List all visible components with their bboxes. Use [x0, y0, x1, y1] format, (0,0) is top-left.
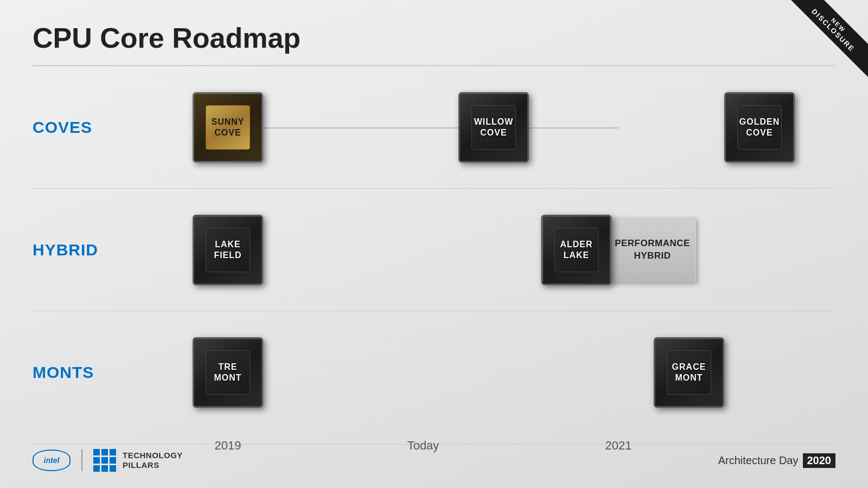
chip-outer-grace: GRACEMONT: [654, 337, 724, 408]
pillar-dot-6: [110, 457, 116, 464]
chip-outer-lake: LAKEFIELD: [193, 215, 263, 285]
arch-day-label: Architecture Day: [718, 454, 799, 467]
timeline-2021: 2021: [605, 439, 632, 453]
corner-banner: NEW DISCLOSURE: [770, 0, 868, 98]
chip-inner-tremont: TREMONT: [206, 350, 250, 395]
chip-inner-willow: WILLOWCOVE: [471, 105, 516, 150]
chip-label-willow: WILLOWCOVE: [474, 117, 514, 137]
chip-sunny-cove: SUNNYCOVE: [193, 92, 263, 163]
content-coves: SUNNYCOVE WILLOWCOVE: [141, 92, 835, 163]
label-coves: COVES: [33, 118, 141, 137]
intel-logo: intel: [33, 450, 71, 471]
footer-left: intel TECHNOLOGYPILLARS: [33, 449, 183, 472]
label-monts: MONTS: [33, 363, 141, 382]
footer-divider-line: [81, 450, 82, 471]
intel-logo-text: intel: [44, 456, 60, 465]
chip-inner-sunny: SUNNYCOVE: [206, 105, 250, 150]
pillar-dot-2: [101, 449, 108, 455]
chip-golden-cove: GOLDENCOVE: [724, 92, 795, 163]
chip-label-tremont: TREMONT: [214, 362, 241, 382]
chip-label-grace: GRACEMONT: [672, 362, 706, 382]
page-title: CPU Core Roadmap: [33, 22, 835, 54]
timeline: 2019 Today 2021: [33, 433, 835, 444]
chip-willow-cove: WILLOWCOVE: [458, 92, 529, 163]
chip-label-lake: LAKEFIELD: [214, 239, 241, 260]
performance-hybrid-badge: PERFORMANCEHYBRID: [609, 217, 696, 282]
row-coves: COVES SUNNYCOVE WI: [33, 66, 835, 189]
chip-inner-golden: GOLDENCOVE: [737, 105, 782, 150]
footer-right: Architecture Day 2020: [718, 453, 835, 468]
content-monts: TREMONT GRACEMONT: [141, 337, 835, 408]
label-hybrid: HYBRID: [33, 241, 141, 259]
chip-lake-field: LAKEFIELD: [193, 215, 263, 285]
banner-line2: DISCLOSURE: [796, 0, 868, 68]
chip-label-golden: GOLDENCOVE: [739, 117, 780, 137]
pillar-dot-8: [101, 465, 108, 472]
pillar-dot-4: [93, 457, 100, 464]
alder-lake-group: ALDERLAKE PERFORMANCEHYBRID: [541, 215, 696, 285]
row-hybrid: HYBRID LAKEFIELD ALDERLAKE: [33, 189, 835, 311]
chip-label-alder: ALDERLAKE: [560, 239, 592, 260]
arch-day-year: 2020: [803, 453, 836, 468]
perf-hybrid-text: PERFORMANCEHYBRID: [615, 237, 690, 261]
pillar-dot-3: [110, 449, 116, 455]
pillars-grid-icon: [93, 449, 116, 472]
content-hybrid: LAKEFIELD ALDERLAKE PERFORMANCE: [141, 215, 835, 285]
chip-inner-alder: ALDERLAKE: [554, 228, 599, 272]
chip-outer-alder: ALDERLAKE: [541, 215, 612, 285]
slide: NEW DISCLOSURE CPU Core Roadmap COVES SU…: [0, 0, 868, 488]
chip-outer-golden: GOLDENCOVE: [724, 92, 795, 163]
chip-outer-sunny: SUNNYCOVE: [193, 92, 263, 163]
pillar-dot-9: [110, 465, 116, 472]
tech-pillars: TECHNOLOGYPILLARS: [93, 449, 183, 472]
chip-inner-lake: LAKEFIELD: [206, 228, 250, 272]
pillar-dot-1: [93, 449, 100, 455]
chip-outer-tremont: TREMONT: [193, 337, 263, 408]
row-monts: MONTS TREMONT GRACEMONT: [33, 311, 835, 433]
chip-inner-grace: GRACEMONT: [667, 350, 711, 395]
content-rows: COVES SUNNYCOVE WI: [33, 66, 835, 433]
chip-gracemont: GRACEMONT: [654, 337, 724, 408]
chip-outer-willow: WILLOWCOVE: [458, 92, 529, 163]
tech-pillars-text: TECHNOLOGYPILLARS: [123, 451, 183, 470]
timeline-2019: 2019: [215, 439, 241, 453]
chip-tremont: TREMONT: [193, 337, 263, 408]
chip-alder-lake: ALDERLAKE: [541, 215, 612, 285]
pillar-dot-5: [101, 457, 108, 464]
timeline-today: Today: [407, 439, 439, 453]
chip-label-sunny: SUNNYCOVE: [211, 117, 244, 137]
pillar-dot-7: [93, 465, 100, 472]
corner-banner-text: NEW DISCLOSURE: [785, 0, 868, 78]
